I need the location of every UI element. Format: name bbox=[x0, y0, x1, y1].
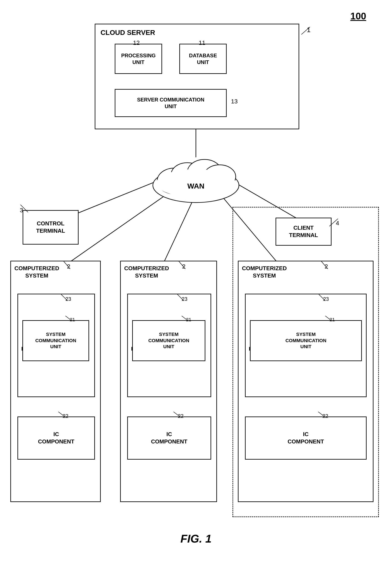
comp-system-center-label: COMPUTERIZEDSYSTEM bbox=[124, 265, 169, 279]
comp-sys-center-ic-box: ICCOMPONENT bbox=[127, 416, 211, 460]
database-unit-ref: 11 bbox=[199, 39, 205, 47]
comp-sys-center-platform-box: SYSTEMPLATFORM 23 SYSTEMCOMMUNICATIONUNI… bbox=[127, 294, 211, 397]
page-number: 100 bbox=[350, 11, 366, 22]
processing-unit-box: PROCESSINGUNIT bbox=[115, 44, 162, 74]
figure-number: FIG. 1 bbox=[180, 532, 211, 545]
comp-system-right-label: COMPUTERIZEDSYSTEM bbox=[242, 265, 287, 279]
control-terminal-box: CONTROLTERMINAL bbox=[23, 210, 79, 245]
database-unit-label: DATABASEUNIT bbox=[189, 52, 217, 65]
comp-sys-left-ic-box: ICCOMPONENT bbox=[17, 416, 95, 460]
comp-sys-left-ic-ref: 22 bbox=[63, 413, 69, 419]
comp-system-center-ref: 2 bbox=[182, 263, 185, 270]
comp-system-left-box: COMPUTERIZEDSYSTEM 2 SYSTEMPLATFORM 23 S… bbox=[10, 261, 101, 502]
cloud-server-label: CLOUD SERVER bbox=[100, 28, 155, 37]
comp-sys-right-platform-ref: 23 bbox=[323, 296, 329, 302]
comp-sys-left-comm-box: SYSTEMCOMMUNICATIONUNIT bbox=[22, 320, 89, 361]
cloud-server-box: CLOUD SERVER PROCESSINGUNIT 12 DATABASEU… bbox=[95, 24, 299, 129]
comp-sys-left-platform-box: SYSTEMPLATFORM 23 SYSTEMCOMMUNICATIONUNI… bbox=[17, 294, 95, 397]
comp-system-left-ref: 2 bbox=[67, 263, 70, 270]
server-comm-unit-box: SERVER COMMUNICATIONUNIT bbox=[115, 89, 227, 117]
comp-sys-left-comm-ref: 21 bbox=[70, 317, 75, 323]
server-comm-unit-ref: 13 bbox=[231, 98, 238, 105]
comp-sys-center-ic-ref: 22 bbox=[178, 413, 184, 419]
comp-sys-right-platform-box: SYSTEMPLATFORM 23 SYSTEMCOMMUNICATIONUNI… bbox=[245, 294, 367, 397]
wan-cloud: WAN bbox=[146, 151, 245, 209]
control-terminal-ref: 3 bbox=[20, 207, 23, 214]
comp-sys-right-ic-box: ICCOMPONENT bbox=[245, 416, 367, 460]
comp-sys-center-comm-box: SYSTEMCOMMUNICATIONUNIT bbox=[132, 320, 205, 361]
comp-sys-center-platform-ref: 23 bbox=[182, 296, 187, 302]
processing-unit-label: PROCESSINGUNIT bbox=[121, 52, 156, 65]
comp-sys-right-comm-ref: 21 bbox=[330, 317, 335, 323]
comp-sys-left-comm-label: SYSTEMCOMMUNICATIONUNIT bbox=[35, 331, 76, 350]
database-unit-box: DATABASEUNIT bbox=[179, 44, 227, 74]
comp-sys-left-platform-ref: 23 bbox=[65, 296, 71, 302]
comp-system-right-box: COMPUTERIZEDSYSTEM 2 SYSTEMPLATFORM 23 S… bbox=[238, 261, 374, 502]
comp-sys-center-comm-label: SYSTEMCOMMUNICATIONUNIT bbox=[148, 331, 189, 350]
cloud-server-ref: 1 bbox=[307, 26, 311, 34]
comp-system-left-label: COMPUTERIZEDSYSTEM bbox=[14, 265, 59, 279]
comp-sys-center-comm-ref: 21 bbox=[186, 317, 191, 323]
control-terminal-label: CONTROLTERMINAL bbox=[36, 220, 65, 235]
processing-unit-ref: 12 bbox=[133, 39, 140, 47]
svg-text:WAN: WAN bbox=[187, 182, 204, 190]
diagram-container: 100 CLOUD SERVER PROCESSINGUNIT 12 DATAB… bbox=[0, 0, 392, 571]
comp-sys-left-ic-label: ICCOMPONENT bbox=[38, 431, 74, 445]
comp-sys-center-ic-label: ICCOMPONENT bbox=[151, 431, 187, 445]
comp-sys-right-ic-label: ICCOMPONENT bbox=[288, 431, 324, 445]
comp-sys-right-comm-box: SYSTEMCOMMUNICATIONUNIT bbox=[250, 320, 362, 361]
comp-sys-right-comm-label: SYSTEMCOMMUNICATIONUNIT bbox=[285, 331, 326, 350]
comp-system-right-ref: 2 bbox=[325, 263, 328, 270]
comp-system-center-box: COMPUTERIZEDSYSTEM 2 SYSTEMPLATFORM 23 S… bbox=[120, 261, 217, 502]
server-comm-unit-label: SERVER COMMUNICATIONUNIT bbox=[137, 96, 204, 110]
comp-sys-right-ic-ref: 22 bbox=[322, 413, 328, 419]
